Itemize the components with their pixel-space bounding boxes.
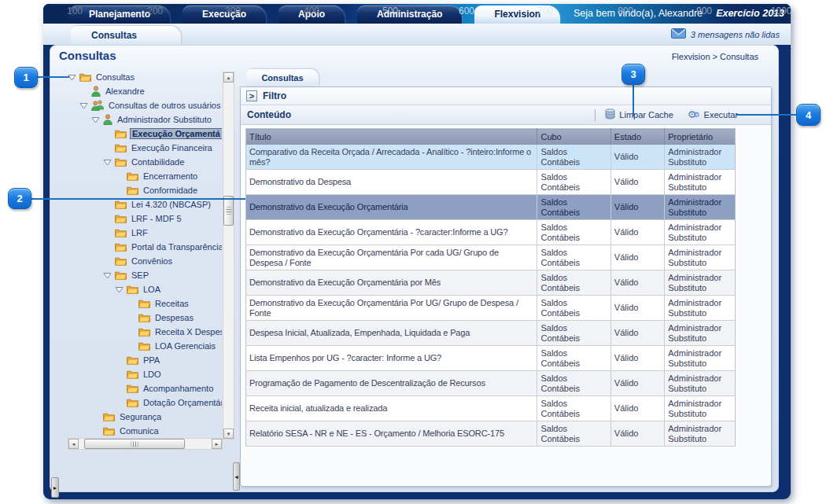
chevron-expand-icon[interactable]: > — [246, 90, 257, 101]
cell-titulo[interactable]: Lista Empenhos por UG - ?caracter: Infor… — [246, 346, 537, 371]
cell-estado[interactable]: Válido — [611, 371, 664, 396]
cell-proprietario[interactable]: Administrador Substituto — [665, 145, 736, 170]
tree-item[interactable]: LDO — [68, 367, 222, 381]
executar-button[interactable]: ⚙⚙ Executar — [688, 110, 738, 120]
cell-cubo[interactable]: Saldos Contábeis — [537, 321, 611, 346]
tree-item[interactable]: Segurança — [68, 410, 222, 424]
cell-titulo[interactable]: Demonstrativo da Execução Orçamentária P… — [246, 245, 537, 270]
scroll-right-button[interactable]: ► — [212, 439, 222, 449]
cell-proprietario[interactable]: Administrador Substituto — [665, 270, 736, 296]
tree-item[interactable]: Contabilidade — [68, 155, 222, 169]
tree-item[interactable]: LRF — [68, 226, 222, 240]
tree-vscroll-thumb[interactable] — [223, 196, 234, 226]
table-row[interactable]: Demonstrativo da Despesa Saldos Contábei… — [246, 170, 736, 195]
tree-item[interactable]: Execução Financeira — [68, 141, 222, 155]
top-nav-tab-4[interactable]: Flexvision — [474, 6, 560, 24]
tree-item[interactable]: Conformidade — [68, 183, 222, 197]
expander-icon[interactable] — [79, 102, 91, 109]
tree-item[interactable]: Receita X Despes — [68, 325, 222, 339]
column-header-proprietario[interactable]: Proprietário — [665, 129, 736, 145]
tree-horizontal-scrollbar[interactable]: ◄ ► — [68, 438, 223, 450]
cell-estado[interactable]: Válido — [611, 346, 664, 371]
cell-cubo[interactable]: Saldos Contábeis — [537, 145, 611, 170]
cell-cubo[interactable]: Saldos Contábeis — [537, 195, 611, 220]
cell-titulo[interactable]: Demonstrativo da Execução Orçamentária — [246, 195, 537, 220]
tree-item[interactable]: Consultas de outros usuários — [68, 98, 222, 112]
expander-icon[interactable] — [91, 116, 103, 123]
tree-item[interactable]: Receitas — [68, 296, 222, 311]
cell-proprietario[interactable]: Administrador Substituto — [665, 245, 736, 270]
cell-estado[interactable]: Válido — [611, 396, 664, 421]
table-row[interactable]: Lista Empenhos por UG - ?caracter: Infor… — [246, 346, 736, 371]
cell-titulo[interactable]: Programação de Pagamento de Descentraliz… — [246, 371, 537, 396]
scroll-left-button[interactable]: ◄ — [68, 439, 79, 449]
column-header-titulo[interactable]: Título — [246, 129, 537, 145]
messages-link[interactable]: 3 mensagens não lidas — [671, 28, 780, 40]
table-row[interactable]: Demonstrativo da Execução Orçamentária S… — [246, 195, 736, 220]
tree-item[interactable]: Portal da Transparência — [68, 240, 222, 254]
expander-icon[interactable] — [115, 286, 127, 293]
tree-item[interactable]: SEP — [68, 268, 222, 282]
expander-icon[interactable] — [103, 272, 115, 279]
cell-estado[interactable]: Válido — [611, 220, 664, 245]
panel-splitter-collapse-left[interactable]: ◄ — [233, 462, 240, 491]
tree-hscroll-thumb[interactable] — [84, 439, 185, 449]
tree-item[interactable]: Encerramento — [68, 169, 222, 183]
tree-item[interactable]: LOA Gerenciais — [68, 339, 222, 353]
tab-consultas-module[interactable]: Consultas — [71, 26, 181, 45]
top-nav-tab-1[interactable]: Execução — [183, 6, 266, 24]
cell-titulo[interactable]: Demonstrativo da Despesa — [246, 170, 537, 195]
tree-item[interactable]: Consultas — [68, 70, 222, 84]
table-row[interactable]: Despesa Inicial, Atualizada, Empenhada, … — [246, 321, 736, 346]
cell-proprietario[interactable]: Administrador Substituto — [665, 396, 736, 421]
cell-titulo[interactable]: Demonstrativo da Execução Orçamentária P… — [246, 296, 537, 321]
tree-item[interactable]: LOA — [68, 282, 222, 296]
cell-titulo[interactable]: Despesa Inicial, Atualizada, Empenhada, … — [246, 321, 537, 346]
tree-item[interactable]: Despesas — [68, 311, 222, 325]
limpar-cache-button[interactable]: Limpar Cache — [605, 109, 673, 121]
table-row[interactable]: Receita inicial, atualizada e realizada … — [246, 396, 736, 421]
tree-item[interactable]: Comunica — [68, 424, 222, 438]
cell-cubo[interactable]: Saldos Contábeis — [537, 245, 611, 270]
cell-cubo[interactable]: Saldos Contábeis — [537, 220, 611, 245]
cell-titulo[interactable]: Receita inicial, atualizada e realizada — [246, 396, 537, 421]
tree-item[interactable]: Administrador Substituto — [68, 112, 222, 127]
expander-icon[interactable] — [68, 74, 79, 81]
cell-titulo[interactable]: Demonstrativo da Execução Orçamentária -… — [246, 220, 537, 245]
scroll-up-button[interactable]: ▲ — [223, 72, 234, 83]
cell-estado[interactable]: Válido — [611, 245, 664, 270]
cell-proprietario[interactable]: Administrador Substituto — [665, 195, 736, 220]
tree-item[interactable]: LRF - MDF 5 — [68, 212, 222, 226]
cell-cubo[interactable]: Saldos Contábeis — [537, 421, 611, 447]
cell-titulo[interactable]: Demonstrativo da Execução Orçamentária p… — [246, 270, 537, 296]
cell-cubo[interactable]: Saldos Contábeis — [537, 371, 611, 396]
tree-vertical-scrollbar[interactable]: ▲ ▼ — [223, 72, 234, 440]
table-row[interactable]: Demonstrativo da Execução Orçamentária p… — [246, 270, 736, 296]
cell-proprietario[interactable]: Administrador Substituto — [665, 321, 736, 346]
cell-proprietario[interactable]: Administrador Substituto — [665, 296, 736, 321]
tree-item[interactable]: Dotação Orçamentár — [68, 395, 222, 410]
top-nav-tab-0[interactable]: Planejamento — [69, 6, 170, 24]
tree-item[interactable]: Convênios — [68, 254, 222, 268]
cell-estado[interactable]: Válido — [611, 195, 664, 220]
cell-cubo[interactable]: Saldos Contábeis — [537, 396, 611, 421]
cell-cubo[interactable]: Saldos Contábeis — [537, 270, 611, 296]
cell-estado[interactable]: Válido — [611, 421, 664, 447]
table-row[interactable]: Demonstrativo da Execução Orçamentária P… — [246, 245, 736, 270]
table-row[interactable]: Relatório SESA - NR e NE - ES - Orçament… — [246, 421, 736, 447]
tree-item[interactable]: Alexandre — [68, 84, 222, 98]
cell-cubo[interactable]: Saldos Contábeis — [537, 170, 611, 195]
tree-item[interactable]: PPA — [68, 353, 222, 367]
cell-proprietario[interactable]: Administrador Substituto — [665, 346, 736, 371]
cell-proprietario[interactable]: Administrador Substituto — [665, 170, 736, 195]
table-row[interactable]: Demonstrativo da Execução Orçamentária P… — [246, 296, 736, 321]
tab-consultas-content[interactable]: Consultas — [246, 69, 319, 86]
table-row[interactable]: Comparativo da Receita Orçada / Arrecada… — [246, 145, 736, 170]
cell-estado[interactable]: Válido — [611, 170, 664, 195]
column-header-estado[interactable]: Estado — [611, 129, 664, 145]
expander-icon[interactable] — [103, 159, 115, 166]
tree-item[interactable]: Acompanhamento — [68, 381, 222, 395]
cell-titulo[interactable]: Relatório SESA - NR e NE - ES - Orçament… — [246, 421, 537, 447]
scroll-down-button[interactable]: ▼ — [223, 429, 234, 439]
cell-cubo[interactable]: Saldos Contábeis — [537, 346, 611, 371]
